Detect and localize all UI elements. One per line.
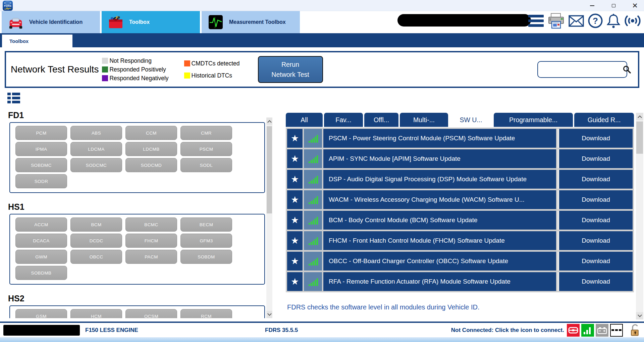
software-update-title[interactable]: WACM - Wireless Accessory Charging Modul… — [323, 190, 556, 209]
printer-icon[interactable] — [547, 13, 565, 29]
connect-signal-icon[interactable] — [624, 13, 641, 28]
software-tab[interactable]: Multi-... — [400, 113, 448, 127]
software-update-row: WACM - Wireless Accessory Charging Modul… — [287, 190, 633, 209]
list-view-icon[interactable] — [7, 93, 20, 103]
minimize-icon[interactable] — [589, 3, 595, 9]
module-button[interactable]: GSM — [15, 309, 67, 318]
module-button[interactable]: SODR — [15, 174, 67, 188]
scroll-down-icon[interactable] — [636, 312, 643, 320]
legend-item: Responded Negatively — [102, 74, 168, 83]
download-button[interactable]: Download — [557, 170, 633, 189]
software-update-title[interactable]: BCM - Body Control Module (BCM) Software… — [323, 211, 556, 230]
tab-measurement-toolbox[interactable]: Measurement Toolbox — [202, 11, 300, 33]
module-button[interactable]: SOBDMB — [15, 266, 67, 280]
download-button[interactable]: Download — [557, 149, 633, 168]
help-icon[interactable]: ? — [588, 13, 603, 29]
software-update-title[interactable]: FHCM - Front Hatch Control Module (FHCM)… — [323, 231, 556, 250]
module-button[interactable]: SODCMD — [125, 158, 177, 172]
software-tab[interactable]: Programmable... — [494, 113, 573, 127]
scroll-down-icon[interactable] — [266, 311, 272, 318]
search-icon[interactable] — [623, 65, 631, 74]
module-button[interactable]: RCM — [180, 309, 232, 318]
software-tab[interactable]: Guided R... — [574, 113, 634, 127]
content-area: FD1PCMABSCCMCMRIPMALDCMALDCMBPSCMSOBDMCS… — [0, 88, 644, 322]
signal-strength-icon[interactable] — [581, 324, 594, 337]
maximize-icon[interactable] — [610, 3, 616, 9]
download-button[interactable]: Download — [557, 190, 633, 209]
module-button[interactable]: LDCMA — [70, 142, 122, 156]
download-button[interactable]: Download — [557, 272, 633, 291]
software-update-row: RFA - Remote Function Actuator (RFA) Mod… — [287, 272, 633, 291]
module-button[interactable]: SODL — [180, 158, 232, 172]
module-button[interactable]: SOBDM — [180, 250, 232, 264]
favorite-star-icon[interactable] — [287, 272, 303, 291]
favorite-star-icon[interactable] — [287, 190, 303, 209]
software-tab[interactable]: SW U... — [449, 113, 492, 127]
module-button[interactable]: BCM — [70, 217, 122, 232]
scrollbar-thumb[interactable] — [267, 126, 272, 213]
module-button[interactable]: DCACA — [15, 234, 67, 248]
tab-toolbox[interactable]: Toolbox — [102, 11, 200, 33]
module-button[interactable]: SODCMC — [70, 158, 122, 172]
no-connection-dashes-icon[interactable] — [610, 324, 623, 337]
module-button[interactable]: OCSM — [125, 309, 177, 318]
module-button[interactable]: ABS — [70, 126, 122, 140]
favorite-star-icon[interactable] — [287, 252, 303, 271]
download-button[interactable]: Download — [557, 231, 633, 250]
mail-icon[interactable] — [569, 15, 584, 27]
module-button[interactable]: GFM3 — [180, 234, 232, 248]
favorite-star-icon[interactable] — [287, 211, 303, 230]
sub-tab-toolbox[interactable]: Toolbox — [2, 35, 72, 47]
module-button[interactable]: ACCM — [15, 217, 67, 232]
software-update-title[interactable]: RFA - Remote Function Actuator (RFA) Mod… — [323, 272, 556, 291]
module-button[interactable]: GWM — [15, 250, 67, 264]
module-button[interactable]: LDCMB — [125, 142, 177, 156]
software-update-title[interactable]: APIM - SYNC Module [APIM] Software Updat… — [323, 149, 556, 168]
module-button[interactable]: OBCC — [70, 250, 122, 264]
module-button[interactable]: PSCM — [180, 142, 232, 156]
download-button[interactable]: Download — [557, 211, 633, 230]
close-icon[interactable]: ✕ — [632, 3, 638, 9]
module-list-scrollbar[interactable] — [266, 117, 272, 318]
favorite-star-icon[interactable] — [287, 231, 303, 250]
module-button[interactable]: FHCM — [125, 234, 177, 248]
unlocked-padlock-icon[interactable] — [629, 324, 641, 337]
notifications-bell-icon[interactable] — [607, 13, 620, 29]
favorite-star-icon[interactable] — [287, 129, 303, 148]
favorite-star-icon[interactable] — [287, 170, 303, 189]
software-update-title[interactable]: DSP - Audio Digital Signal Processing (D… — [323, 170, 556, 189]
scrollbar-thumb[interactable] — [636, 121, 643, 154]
waveform-icon — [208, 14, 224, 30]
download-button[interactable]: Download — [557, 252, 633, 271]
software-tab[interactable]: Fav... — [324, 113, 363, 127]
scroll-up-icon[interactable] — [636, 113, 643, 120]
module-button[interactable]: BCMC — [125, 217, 177, 232]
module-button[interactable]: PCM — [15, 126, 67, 140]
scroll-up-icon[interactable] — [266, 117, 272, 125]
module-button[interactable]: SOBDMC — [15, 158, 67, 172]
software-table-scrollbar[interactable] — [636, 113, 643, 320]
rerun-network-test-button[interactable]: Rerun Network Test — [258, 56, 323, 83]
module-button[interactable]: CCM — [125, 126, 177, 140]
legend-swatch — [184, 72, 190, 79]
favorite-star-icon[interactable] — [287, 149, 303, 168]
tab-vehicle-identification[interactable]: Vehicle Identification — [2, 11, 100, 33]
search-input[interactable] — [538, 63, 623, 76]
software-update-title[interactable]: PSCM - Power Steering Control Module (PS… — [323, 129, 556, 148]
menu-icon[interactable] — [528, 15, 544, 27]
module-button[interactable]: HCM — [70, 309, 122, 318]
module-button[interactable]: IPMA — [15, 142, 67, 156]
network-module-list: FD1PCMABSCCMCMRIPMALDCMALDCMBPSCMSOBDMCS… — [5, 110, 266, 318]
software-update-title[interactable]: OBCC - Off-Board Charger Controller (OBC… — [323, 252, 556, 271]
module-button[interactable]: DCDC — [70, 234, 122, 248]
toolbar-icons: ? — [528, 13, 641, 29]
module-button[interactable]: PACM — [125, 250, 177, 264]
module-button[interactable]: CMR — [180, 126, 232, 140]
battery-icon[interactable] — [596, 324, 608, 337]
software-tab[interactable]: Offl... — [364, 113, 398, 127]
download-button[interactable]: Download — [557, 129, 633, 148]
redacted-user-info — [397, 14, 531, 27]
module-button[interactable]: BECM — [180, 217, 232, 232]
software-tab[interactable]: All — [286, 113, 323, 127]
vci-device-icon[interactable] — [567, 324, 580, 337]
